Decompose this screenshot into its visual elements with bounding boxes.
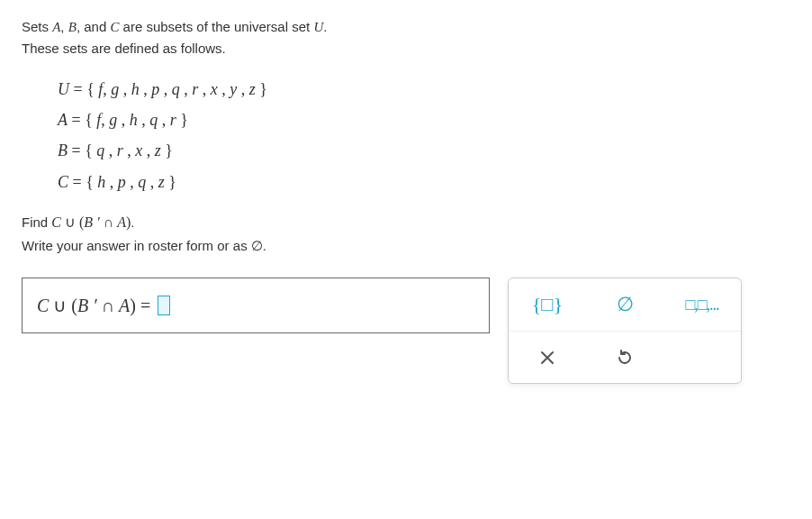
- braces-icon: {□}: [532, 293, 563, 316]
- answer-input[interactable]: [158, 296, 170, 315]
- reset-icon: [616, 349, 634, 367]
- tool-sequence[interactable]: □,□,...: [670, 283, 735, 326]
- problem-line-1: Sets A, B, and C are subsets of the univ…: [22, 16, 790, 38]
- tool-clear[interactable]: [515, 336, 580, 379]
- sequence-icon: □,□,...: [685, 296, 718, 314]
- def-A: A = { f, g , h , q , r }: [58, 105, 790, 135]
- tool-panel: {□} ∅ □,□,...: [508, 278, 742, 384]
- def-C: C = { h , p , q , z }: [58, 167, 790, 197]
- def-B: B = { q , r , x , z }: [58, 135, 790, 166]
- tool-reset[interactable]: [592, 336, 657, 379]
- question-prompt: Find C ∪ (B ′ ∩ A). Write your answer in…: [22, 210, 790, 259]
- answer-box[interactable]: C ∪ (B ′ ∩ A) =: [22, 278, 490, 333]
- empty-set-icon: ∅: [617, 293, 634, 316]
- tool-braces[interactable]: {□}: [515, 283, 580, 326]
- def-U: U = { f, g , h , p , q , r , x , y , z }: [58, 74, 790, 105]
- problem-line-2: These sets are defined as follows.: [22, 38, 790, 59]
- close-icon: [539, 350, 555, 366]
- set-definitions: U = { f, g , h , p , q , r , x , y , z }…: [58, 74, 790, 197]
- tool-empty-set[interactable]: ∅: [592, 283, 657, 326]
